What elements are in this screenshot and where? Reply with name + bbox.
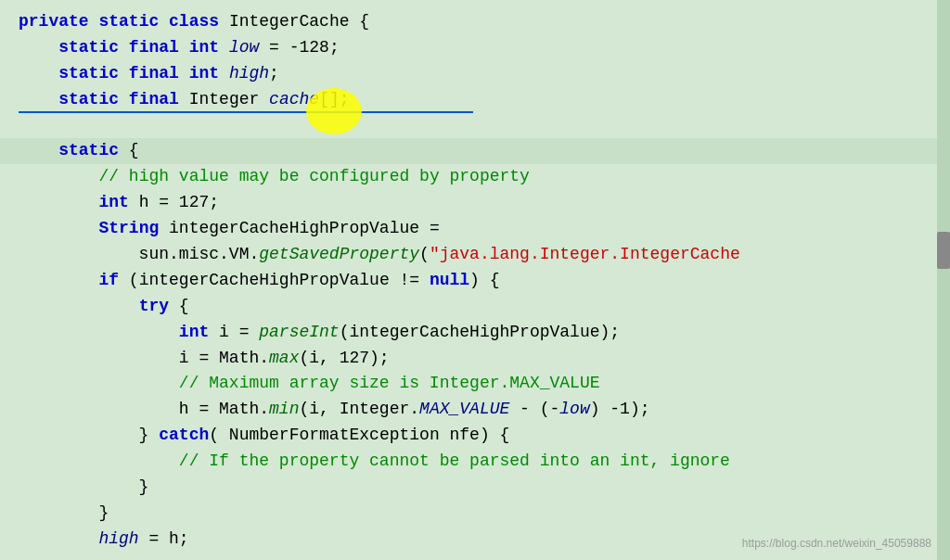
scrollbar-thumb[interactable] (937, 232, 950, 269)
code-line-2: static final int low = -128; (0, 35, 950, 61)
code-line-17: } catch( NumberFormatException nfe) { (0, 423, 950, 449)
code-line-1: private static class IntegerCache { (0, 9, 950, 35)
keyword-final: final (129, 35, 179, 61)
type-int4: int (179, 320, 209, 346)
method-max: max (269, 346, 299, 372)
var-maxvalue: MAX_VALUE (419, 397, 509, 423)
code-line-8: int h = 127; (0, 190, 950, 216)
type-int: int (189, 35, 219, 61)
code-line-3: static final int high; (0, 61, 950, 87)
comment-1: // high value may be configured by prope… (98, 164, 529, 190)
method-getSavedProperty: getSavedProperty (259, 242, 419, 268)
string-property: "java.lang.Integer.IntegerCache (430, 242, 740, 268)
code-line-10: sun.misc.VM.getSavedProperty("java.lang.… (0, 242, 950, 268)
code-line-18: // If the property cannot be parsed into… (0, 449, 950, 475)
keyword-static5: static (58, 138, 119, 164)
keyword-null: null (430, 268, 469, 294)
keyword-if: if (98, 268, 119, 294)
keyword-static4: static (58, 87, 119, 113)
keyword-static2: static (58, 35, 119, 61)
code-line-4: static final Integer cache[]; (0, 87, 950, 113)
code-line-7: // high value may be configured by prope… (0, 164, 950, 190)
code-line-14: i = Math.max(i, 127); (0, 346, 950, 372)
method-min: min (269, 397, 299, 423)
yellow-highlight (306, 88, 362, 134)
code-line-6: static { (0, 138, 950, 164)
keyword-private: private (19, 9, 89, 35)
var-low2: low (559, 397, 589, 423)
comment-3: // If the property cannot be parsed into… (179, 449, 730, 475)
code-line-15: // Maximum array size is Integer.MAX_VAL… (0, 371, 950, 397)
type-int2: int (189, 61, 219, 87)
code-line-20: } (0, 501, 950, 527)
code-line-5 (0, 113, 950, 139)
keyword-static: static (98, 9, 159, 35)
code-view: private static class IntegerCache { stat… (0, 0, 950, 560)
method-parseInt: parseInt (259, 320, 339, 346)
comment-2: // Maximum array size is Integer.MAX_VAL… (179, 371, 600, 397)
var-low: low (229, 35, 259, 61)
var-high2: high (98, 527, 138, 553)
code-line-19: } (0, 475, 950, 501)
watermark: https://blog.csdn.net/weixin_45059888 (742, 535, 931, 553)
type-string: String (98, 216, 159, 242)
type-int3: int (98, 190, 128, 216)
class-name: IntegerCache { (229, 9, 369, 35)
keyword-final2: final (129, 61, 179, 87)
code-line-11: if (integerCacheHighPropValue != null) { (0, 268, 950, 294)
code-line-12: try { (0, 294, 950, 320)
code-line-16: h = Math.min(i, Integer.MAX_VALUE - (-lo… (0, 397, 950, 423)
keyword-class: class (169, 9, 219, 35)
keyword-final3: final (129, 87, 179, 113)
keyword-catch: catch (159, 423, 209, 449)
code-line-13: int i = parseInt(integerCacheHighPropVal… (0, 320, 950, 346)
var-high: high (229, 61, 269, 87)
scrollbar[interactable] (937, 0, 950, 560)
code-line-9: String integerCacheHighPropValue = (0, 216, 950, 242)
keyword-try: try (139, 294, 169, 320)
type-integer: Integer (189, 87, 260, 113)
keyword-static3: static (58, 61, 119, 87)
